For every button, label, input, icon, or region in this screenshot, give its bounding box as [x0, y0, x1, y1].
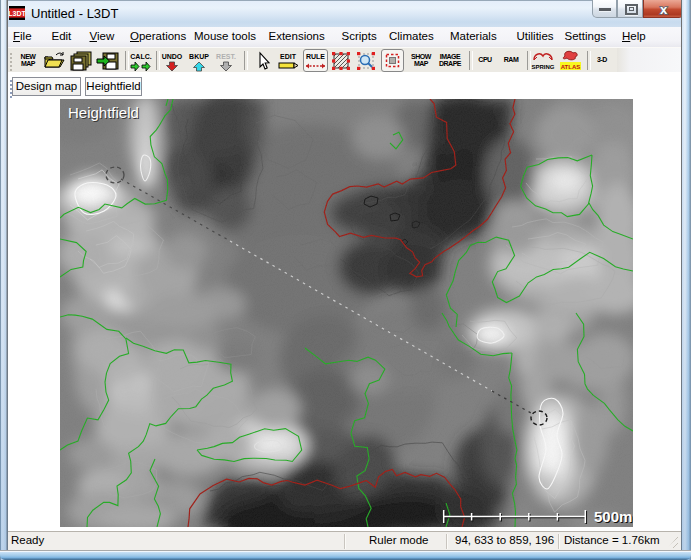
svg-text:EDIT: EDIT — [280, 53, 297, 60]
svg-text:SPRING: SPRING — [531, 64, 554, 70]
svg-text:RULE: RULE — [306, 53, 325, 60]
svg-text:CALC.: CALC. — [130, 53, 151, 60]
svg-text:500m: 500m — [594, 508, 632, 525]
svg-text:UNDO: UNDO — [162, 53, 183, 60]
svg-text:ATLAS: ATLAS — [561, 64, 581, 70]
svg-text:L3DT: L3DT — [9, 10, 25, 17]
svg-text:x: x — [660, 2, 668, 17]
svg-text:Heightfield: Heightfield — [68, 104, 139, 121]
svg-text:REST.: REST. — [216, 53, 236, 60]
svg-text:BKUP: BKUP — [189, 53, 209, 60]
